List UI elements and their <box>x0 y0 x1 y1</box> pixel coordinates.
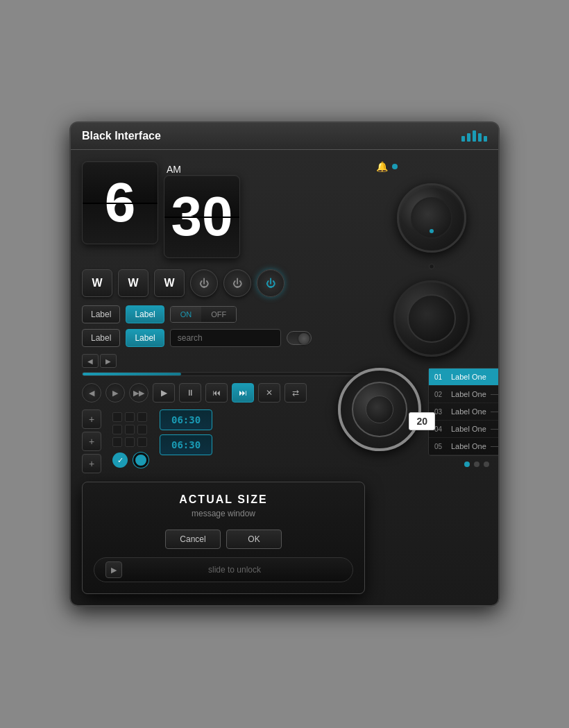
power-button-1[interactable]: ⏻ <box>190 269 218 297</box>
knob-medium-inner <box>407 294 456 343</box>
label-btn-3[interactable]: Label <box>82 329 120 347</box>
slide-arrow[interactable]: ▶ <box>105 561 122 578</box>
bell-icon: 🔔 <box>376 161 388 172</box>
toggle-off[interactable]: OFF <box>201 307 236 322</box>
transport-stop[interactable]: ✕ <box>258 383 280 403</box>
device-frame: Black Interface 6 AM 30 W W W <box>69 121 500 607</box>
plus-btn-1[interactable]: + <box>82 409 101 429</box>
clock-hour: 6 <box>82 161 158 244</box>
modal-buttons: Cancel OK <box>94 530 353 549</box>
modal-overlay: ACTUAL SIZE message window Cancel OK ▶ s… <box>82 482 365 594</box>
right-panel: 🔔 <box>376 161 487 594</box>
left-panel: 6 AM 30 W W W ⏻ ⏻ ⏻ Label Label ON <box>82 161 365 594</box>
modal-cancel-btn[interactable]: Cancel <box>165 530 221 549</box>
bar-4 <box>478 133 482 142</box>
w-button-2[interactable]: W <box>118 269 148 297</box>
time-display-1: 06:30 <box>160 409 212 430</box>
list-num-5: 05 <box>434 443 447 450</box>
slider-row: ◀ ▶ <box>82 354 365 376</box>
modal-ok-btn[interactable]: OK <box>226 530 282 549</box>
slider-left[interactable]: ◀ <box>82 354 99 368</box>
list-num-4: 04 <box>434 425 447 433</box>
list-item-5[interactable]: 05 Label One <box>429 438 500 455</box>
slide-toggle[interactable] <box>287 331 312 345</box>
blue-dot <box>392 164 398 169</box>
search-row: Label Label <box>82 329 365 347</box>
magnifier-knob[interactable] <box>352 382 407 437</box>
magnifier-circle <box>338 368 421 451</box>
power-button-3[interactable]: ⏻ <box>257 269 284 297</box>
w-button-3[interactable]: W <box>154 269 185 297</box>
progress-bar-fill <box>83 373 181 375</box>
flip-clock: 6 AM 30 <box>82 161 365 258</box>
toggle-switch[interactable]: ON OFF <box>170 306 237 323</box>
buttons-row: W W W ⏻ ⏻ ⏻ <box>82 269 365 297</box>
list-num-1: 01 <box>434 373 447 381</box>
slider-right[interactable]: ▶ <box>100 354 117 368</box>
grid-dots <box>112 412 148 447</box>
bar-3 <box>473 130 476 142</box>
page-dot-1[interactable] <box>464 462 470 467</box>
time-display-2: 06:30 <box>160 434 212 455</box>
transport-pause[interactable]: ⏸ <box>179 383 201 403</box>
slide-unlock[interactable]: ▶ slide to unlock <box>94 557 353 582</box>
w-button-1[interactable]: W <box>82 269 112 297</box>
list-item-2[interactable]: 02 Label One <box>429 386 500 403</box>
bar-5 <box>484 136 487 142</box>
slide-toggle-knob <box>298 333 309 344</box>
list-item-3[interactable]: 03 Label One <box>429 403 500 421</box>
knob-medium[interactable] <box>393 280 470 357</box>
search-input[interactable] <box>170 329 281 347</box>
plus-btn-3[interactable]: + <box>82 454 101 473</box>
main-content: 6 AM 30 W W W ⏻ ⏻ ⏻ Label Label ON <box>71 150 498 605</box>
list-label-3: Label One <box>451 407 486 416</box>
title-text: Black Interface <box>82 130 161 142</box>
toggle-on[interactable]: ON <box>171 307 202 322</box>
extras-row: + + + <box>82 409 365 473</box>
nav-end-btn[interactable]: ▶▶ <box>129 383 148 403</box>
transport-next[interactable]: ⏭ <box>232 383 254 403</box>
list-label-5: Label One <box>451 442 486 450</box>
page-dot-2[interactable] <box>474 462 479 467</box>
power-button-2[interactable]: ⏻ <box>223 269 251 297</box>
title-bar: Black Interface <box>71 123 498 150</box>
value-display: 20 <box>409 412 435 430</box>
bar-2 <box>467 133 470 142</box>
title-bars-icon <box>461 130 487 142</box>
list-label-2: Label One <box>451 390 486 398</box>
checkmark-btn[interactable]: ✓ <box>112 452 128 468</box>
label-btn-4[interactable]: Label <box>126 329 164 347</box>
bar-1 <box>461 136 465 142</box>
controls-row-1: Label Label ON OFF <box>82 305 365 323</box>
radio-btn[interactable] <box>133 452 148 468</box>
list-item-4[interactable]: 04 Label One <box>429 421 500 438</box>
magnifier-knob-inner <box>366 396 393 423</box>
transport-shuffle[interactable]: ⇄ <box>284 383 307 403</box>
plus-btn-2[interactable]: + <box>82 432 101 451</box>
slider-arrows: ◀ ▶ <box>82 354 365 368</box>
nav-next-btn[interactable]: ▶ <box>105 383 125 403</box>
small-indicator <box>429 264 434 269</box>
progress-bar-container[interactable] <box>82 372 365 376</box>
knob-large-inner <box>411 197 452 239</box>
transport-prev[interactable]: ⏮ <box>205 383 228 403</box>
knob-large[interactable] <box>397 183 466 253</box>
label-btn-1[interactable]: Label <box>82 305 120 323</box>
clock-minute: 30 <box>164 175 240 258</box>
list-num-2: 02 <box>434 391 447 398</box>
list-item-1[interactable]: 01 Label One <box>429 369 500 386</box>
modal-subtitle: message window <box>94 509 353 518</box>
list-label-4: Label One <box>451 425 486 433</box>
label-btn-2[interactable]: Label <box>126 305 164 323</box>
list-num-3: 03 <box>434 408 447 416</box>
page-dot-3[interactable] <box>484 462 489 467</box>
nav-prev-btn[interactable]: ◀ <box>82 383 101 403</box>
right-bottom: 20 01 Label One 02 Label One <box>338 368 500 467</box>
modal-title: ACTUAL SIZE <box>94 493 353 506</box>
transport-play[interactable]: ▶ <box>153 383 175 403</box>
clock-period: AM <box>167 164 240 175</box>
time-display-row: 06:30 06:30 <box>160 409 212 455</box>
list-label-1: Label One <box>451 373 486 381</box>
pagination-dots <box>428 462 500 467</box>
knob-indicator <box>430 229 434 233</box>
